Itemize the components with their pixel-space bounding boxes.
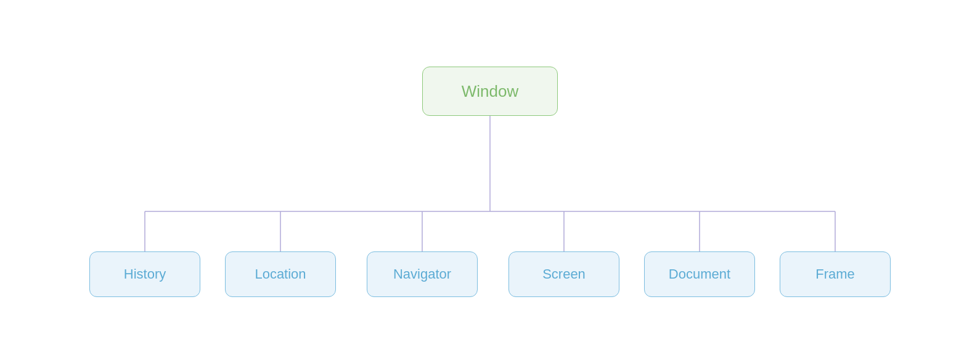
node-navigator-label: Navigator xyxy=(393,266,451,282)
node-window-label: Window xyxy=(462,82,518,101)
node-screen-label: Screen xyxy=(542,266,586,282)
node-location: Location xyxy=(225,251,336,297)
node-history: History xyxy=(89,251,200,297)
node-document-label: Document xyxy=(669,266,730,282)
node-history-label: History xyxy=(124,266,166,282)
node-frame-label: Frame xyxy=(815,266,855,282)
node-frame: Frame xyxy=(780,251,891,297)
node-window: Window xyxy=(422,67,558,116)
tree-diagram: Window History Location Navigator Screen… xyxy=(59,30,921,325)
node-location-label: Location xyxy=(255,266,306,282)
node-screen: Screen xyxy=(508,251,619,297)
node-navigator: Navigator xyxy=(367,251,478,297)
node-document: Document xyxy=(644,251,755,297)
